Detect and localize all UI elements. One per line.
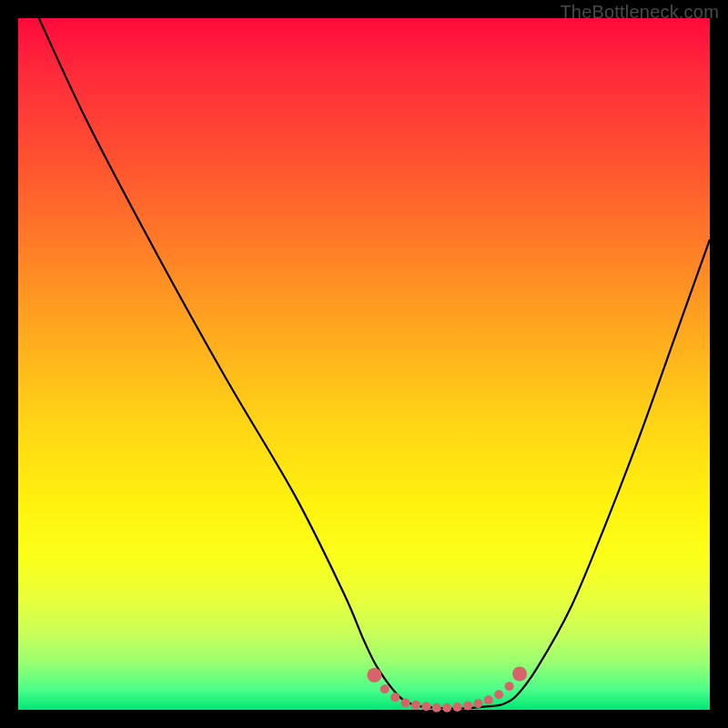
optimal-dot (453, 703, 462, 712)
bottleneck-curve (39, 18, 710, 709)
chart-stage: TheBottleneck.com (0, 0, 728, 728)
optimal-dot (401, 698, 410, 707)
chart-svg (18, 18, 710, 710)
optimal-range-dots (367, 666, 527, 712)
optimal-dot (463, 701, 472, 710)
optimal-dot (432, 703, 441, 713)
optimal-dot (442, 703, 451, 713)
optimal-dot (421, 702, 430, 711)
watermark-text: TheBottleneck.com (560, 2, 719, 23)
optimal-dot (380, 684, 389, 693)
optimal-dot (411, 701, 420, 710)
optimal-dot (505, 682, 514, 691)
optimal-dot (367, 668, 381, 682)
optimal-dot (512, 666, 527, 681)
optimal-dot (473, 699, 482, 708)
optimal-dot (390, 693, 399, 702)
optimal-dot (494, 690, 503, 699)
optimal-dot (484, 695, 493, 704)
